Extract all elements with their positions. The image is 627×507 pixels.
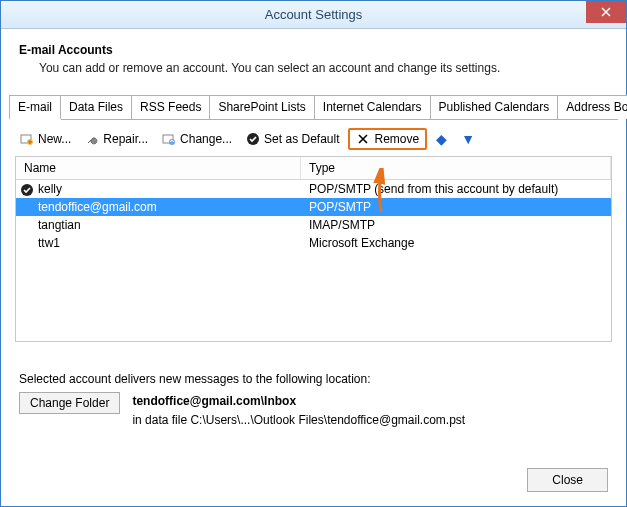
account-row[interactable]: kellyPOP/SMTP (send from this account by… bbox=[16, 180, 611, 198]
arrow-down-icon: ▼ bbox=[461, 131, 475, 147]
new-button[interactable]: New... bbox=[15, 129, 76, 149]
account-name: tendoffice@gmail.com bbox=[38, 200, 157, 214]
arrow-up-icon: ◆ bbox=[436, 131, 447, 147]
account-type: POP/SMTP (send from this account by defa… bbox=[301, 182, 611, 196]
footer: Close bbox=[527, 468, 608, 492]
tabs: E-mailData FilesRSS FeedsSharePoint List… bbox=[9, 95, 618, 120]
tab-ical[interactable]: Internet Calendars bbox=[314, 95, 431, 119]
repair-label: Repair... bbox=[103, 132, 148, 146]
toolbar: New... Repair... Change... Set as Defaul… bbox=[1, 120, 626, 156]
header-subtitle: You can add or remove an account. You ca… bbox=[19, 57, 608, 75]
tab-addr[interactable]: Address Books bbox=[557, 95, 627, 119]
change-label: Change... bbox=[180, 132, 232, 146]
new-label: New... bbox=[38, 132, 71, 146]
remove-label: Remove bbox=[374, 132, 419, 146]
account-settings-dialog: Account Settings E-mail Accounts You can… bbox=[0, 0, 627, 507]
remove-button[interactable]: Remove bbox=[348, 128, 427, 150]
column-header-name[interactable]: Name bbox=[16, 157, 301, 179]
move-up-button[interactable]: ◆ bbox=[431, 128, 452, 150]
set-default-label: Set as Default bbox=[264, 132, 339, 146]
tab-rss[interactable]: RSS Feeds bbox=[131, 95, 210, 119]
header: E-mail Accounts You can add or remove an… bbox=[1, 29, 626, 83]
account-name: kelly bbox=[38, 182, 62, 196]
account-type: POP/SMTP bbox=[301, 200, 611, 214]
delivery-folder: tendoffice@gmail.com\Inbox bbox=[132, 394, 296, 408]
tab-sharepoint[interactable]: SharePoint Lists bbox=[209, 95, 314, 119]
account-type: IMAP/SMTP bbox=[301, 218, 611, 232]
repair-button[interactable]: Repair... bbox=[80, 129, 153, 149]
tab-pubcal[interactable]: Published Calendars bbox=[430, 95, 559, 119]
window-title: Account Settings bbox=[265, 7, 363, 22]
new-icon bbox=[20, 132, 34, 146]
list-header: Name Type bbox=[16, 157, 611, 180]
delivery-file: in data file C:\Users\...\Outlook Files\… bbox=[132, 411, 465, 430]
change-icon bbox=[162, 132, 176, 146]
account-row[interactable]: tendoffice@gmail.comPOP/SMTP bbox=[16, 198, 611, 216]
title-bar: Account Settings bbox=[1, 1, 626, 29]
set-default-button[interactable]: Set as Default bbox=[241, 129, 344, 149]
account-type: Microsoft Exchange bbox=[301, 236, 611, 250]
close-button[interactable]: Close bbox=[527, 468, 608, 492]
account-name: tangtian bbox=[38, 218, 81, 232]
default-check-icon bbox=[20, 183, 34, 196]
tab-email[interactable]: E-mail bbox=[9, 95, 61, 120]
account-name: ttw1 bbox=[38, 236, 60, 250]
close-icon bbox=[601, 7, 611, 17]
delivery-intro: Selected account delivers new messages t… bbox=[19, 372, 608, 386]
default-icon bbox=[246, 132, 260, 146]
repair-icon bbox=[85, 132, 99, 146]
account-row[interactable]: tangtianIMAP/SMTP bbox=[16, 216, 611, 234]
change-button[interactable]: Change... bbox=[157, 129, 237, 149]
header-title: E-mail Accounts bbox=[19, 43, 608, 57]
window-close-button[interactable] bbox=[586, 1, 626, 23]
svg-point-3 bbox=[169, 139, 175, 145]
move-down-button[interactable]: ▼ bbox=[456, 128, 480, 150]
column-header-type[interactable]: Type bbox=[301, 157, 611, 179]
change-folder-button[interactable]: Change Folder bbox=[19, 392, 120, 414]
tab-data-files[interactable]: Data Files bbox=[60, 95, 132, 119]
accounts-list: Name Type kellyPOP/SMTP (send from this … bbox=[15, 156, 612, 342]
remove-icon bbox=[356, 132, 370, 146]
account-row[interactable]: ttw1Microsoft Exchange bbox=[16, 234, 611, 252]
delivery-row: Change Folder tendoffice@gmail.com\Inbox… bbox=[19, 392, 608, 430]
delivery-text: tendoffice@gmail.com\Inbox in data file … bbox=[132, 392, 465, 430]
